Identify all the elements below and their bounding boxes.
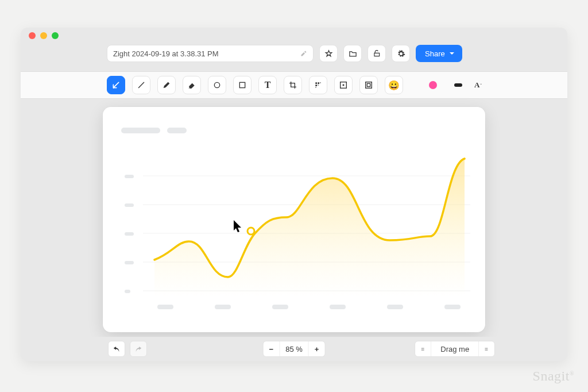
- svg-rect-5: [315, 84, 317, 86]
- blur-tool-button[interactable]: [309, 76, 327, 94]
- ellipse-icon: [212, 80, 222, 90]
- header-bar: Zight 2024-09-19 at 3.38.31 PM Share: [21, 45, 567, 62]
- color-swatch-icon: [429, 81, 437, 89]
- watermark: Snagit®: [533, 368, 574, 384]
- box-inset-tool-button[interactable]: [334, 76, 353, 94]
- zoom-control: − 85 % +: [263, 341, 326, 357]
- favorite-button[interactable]: [319, 45, 338, 62]
- pen-icon: [162, 80, 171, 90]
- svg-rect-1: [239, 82, 245, 87]
- canvas-area[interactable]: [21, 99, 567, 337]
- border-tool-button[interactable]: [359, 76, 378, 94]
- screenshot-content[interactable]: [103, 107, 485, 332]
- rename-icon: [300, 50, 307, 57]
- drag-handle-control[interactable]: ≡ Drag me ≡: [415, 341, 495, 357]
- folder-icon: [349, 49, 357, 58]
- svg-rect-4: [320, 82, 320, 83]
- chevron-down-icon: [450, 52, 454, 55]
- arrow-tool-button[interactable]: [107, 76, 125, 94]
- line-icon: [137, 80, 146, 90]
- undo-button[interactable]: [108, 341, 125, 357]
- app-window: Zight 2024-09-19 at 3.38.31 PM Share: [21, 28, 567, 361]
- chart-marker: [247, 228, 254, 235]
- folder-button[interactable]: [343, 45, 362, 62]
- unlock-icon: [373, 49, 381, 57]
- settings-button[interactable]: [392, 45, 410, 62]
- minimize-window-button[interactable]: [40, 32, 47, 39]
- svg-rect-6: [318, 84, 318, 85]
- font-picker-button[interactable]: A ˘: [474, 76, 482, 94]
- lock-button[interactable]: [368, 45, 386, 62]
- share-button[interactable]: Share: [416, 45, 462, 62]
- rectangle-tool-button[interactable]: [233, 76, 252, 94]
- text-tool-button[interactable]: T: [258, 76, 277, 94]
- document-title-field[interactable]: Zight 2024-09-19 at 3.38.31 PM: [107, 45, 314, 62]
- stroke-icon: [454, 83, 462, 87]
- share-button-label: Share: [425, 49, 445, 58]
- color-picker-button[interactable]: [424, 76, 442, 94]
- box-inset-icon: [339, 80, 348, 90]
- drag-label: Drag me: [431, 341, 479, 356]
- gear-icon: [397, 49, 405, 58]
- area-chart: [103, 107, 485, 332]
- svg-rect-3: [318, 82, 319, 84]
- svg-rect-7: [315, 87, 316, 87]
- svg-point-0: [214, 82, 219, 87]
- emoji-icon: 😀: [388, 80, 400, 91]
- stroke-width-button[interactable]: [449, 76, 467, 94]
- line-tool-button[interactable]: [132, 76, 150, 94]
- close-window-button[interactable]: [29, 32, 36, 39]
- undo-icon: [113, 345, 121, 353]
- zoom-value[interactable]: 85 %: [280, 341, 309, 356]
- maximize-window-button[interactable]: [52, 32, 59, 39]
- footer-bar: − 85 % + ≡ Drag me ≡: [21, 337, 567, 361]
- drag-handle-icon: ≡: [415, 341, 431, 356]
- zoom-in-button[interactable]: +: [309, 341, 325, 356]
- arrow-icon: [111, 80, 121, 90]
- svg-rect-10: [366, 82, 372, 89]
- zoom-out-button[interactable]: −: [264, 341, 280, 356]
- crop-tool-button[interactable]: [284, 76, 302, 94]
- highlighter-icon: [187, 80, 196, 90]
- pen-tool-button[interactable]: [157, 76, 176, 94]
- highlighter-tool-button[interactable]: [183, 76, 201, 94]
- redo-icon: [134, 345, 142, 353]
- emoji-tool-button[interactable]: 😀: [385, 76, 403, 94]
- rectangle-icon: [238, 80, 247, 90]
- font-icon: A: [474, 80, 479, 90]
- drag-handle-icon: ≡: [479, 341, 494, 356]
- border-icon: [364, 80, 373, 90]
- svg-rect-2: [315, 82, 317, 84]
- text-icon: T: [265, 80, 271, 90]
- pixelate-icon: [314, 80, 323, 90]
- crop-icon: [288, 80, 297, 90]
- svg-rect-9: [343, 84, 345, 86]
- document-title-text: Zight 2024-09-19 at 3.38.31 PM: [113, 49, 219, 58]
- svg-rect-11: [367, 83, 370, 86]
- star-icon: [324, 49, 333, 58]
- window-titlebar: [21, 28, 567, 44]
- ellipse-tool-button[interactable]: [208, 76, 226, 94]
- redo-button[interactable]: [130, 341, 147, 357]
- annotation-toolbar: T 😀 A ˘: [21, 71, 567, 99]
